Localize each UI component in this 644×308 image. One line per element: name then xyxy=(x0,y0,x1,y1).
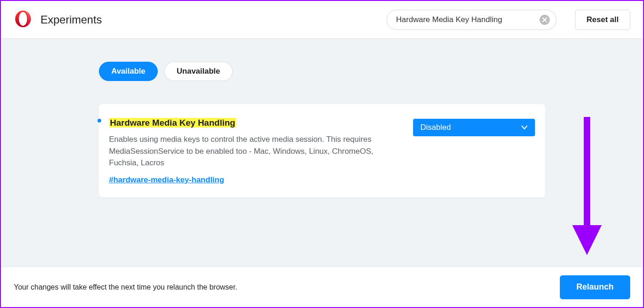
close-icon xyxy=(542,17,547,23)
flag-state-value: Disabled xyxy=(420,123,451,132)
search-input[interactable] xyxy=(396,15,540,24)
opera-logo-icon xyxy=(14,10,32,30)
chevron-down-icon xyxy=(521,123,528,132)
modified-indicator-dot xyxy=(98,119,101,122)
flag-description: Enables using media keys to control the … xyxy=(109,134,395,169)
clear-search-button[interactable] xyxy=(540,15,550,25)
tab-available[interactable]: Available xyxy=(99,62,158,81)
tabs: Available Unavailable xyxy=(99,62,545,81)
footer-bar: Your changes will take effect the next t… xyxy=(1,267,643,307)
main-content: Available Unavailable Hardware Media Key… xyxy=(1,39,643,267)
reset-all-button[interactable]: Reset all xyxy=(575,10,630,30)
logo-and-title: Experiments xyxy=(14,10,102,30)
flag-state-dropdown[interactable]: Disabled xyxy=(413,119,535,136)
page-title: Experiments xyxy=(40,13,102,26)
tab-unavailable[interactable]: Unavailable xyxy=(164,62,233,81)
search-field-wrap[interactable] xyxy=(386,10,557,30)
flag-title: Hardware Media Key Handling xyxy=(109,118,236,128)
flag-hash-link[interactable]: #hardware-media-key-handling xyxy=(109,175,224,185)
footer-message: Your changes will take effect the next t… xyxy=(14,283,560,291)
annotation-arrow xyxy=(569,117,605,266)
relaunch-button[interactable]: Relaunch xyxy=(560,275,630,299)
header-bar: Experiments Reset all xyxy=(1,1,643,39)
flag-card: Hardware Media Key Handling Enables usin… xyxy=(99,104,545,198)
svg-point-1 xyxy=(19,12,27,26)
